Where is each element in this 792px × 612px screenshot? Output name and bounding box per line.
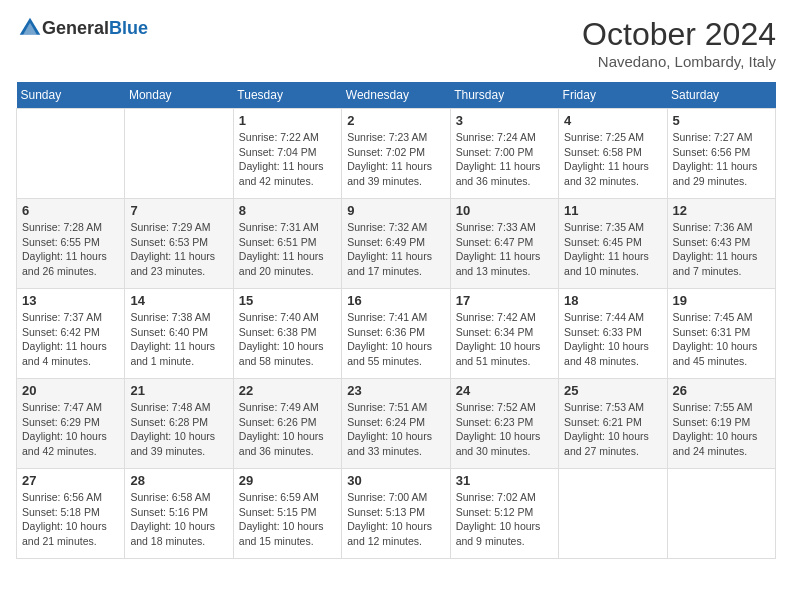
day-number: 13	[22, 293, 119, 308]
calendar-cell: 27Sunrise: 6:56 AM Sunset: 5:18 PM Dayli…	[17, 469, 125, 559]
calendar-cell: 18Sunrise: 7:44 AM Sunset: 6:33 PM Dayli…	[559, 289, 667, 379]
calendar-cell: 28Sunrise: 6:58 AM Sunset: 5:16 PM Dayli…	[125, 469, 233, 559]
day-number: 14	[130, 293, 227, 308]
day-info: Sunrise: 6:56 AM Sunset: 5:18 PM Dayligh…	[22, 490, 119, 549]
calendar-cell: 4Sunrise: 7:25 AM Sunset: 6:58 PM Daylig…	[559, 109, 667, 199]
calendar-cell: 17Sunrise: 7:42 AM Sunset: 6:34 PM Dayli…	[450, 289, 558, 379]
logo: GeneralBlue	[16, 16, 148, 40]
day-number: 19	[673, 293, 770, 308]
calendar-table: SundayMondayTuesdayWednesdayThursdayFrid…	[16, 82, 776, 559]
calendar-week-row: 6Sunrise: 7:28 AM Sunset: 6:55 PM Daylig…	[17, 199, 776, 289]
day-info: Sunrise: 7:31 AM Sunset: 6:51 PM Dayligh…	[239, 220, 336, 279]
day-number: 11	[564, 203, 661, 218]
day-number: 16	[347, 293, 444, 308]
day-number: 31	[456, 473, 553, 488]
calendar-cell: 14Sunrise: 7:38 AM Sunset: 6:40 PM Dayli…	[125, 289, 233, 379]
calendar-cell: 3Sunrise: 7:24 AM Sunset: 7:00 PM Daylig…	[450, 109, 558, 199]
day-info: Sunrise: 7:45 AM Sunset: 6:31 PM Dayligh…	[673, 310, 770, 369]
calendar-week-row: 1Sunrise: 7:22 AM Sunset: 7:04 PM Daylig…	[17, 109, 776, 199]
day-info: Sunrise: 7:48 AM Sunset: 6:28 PM Dayligh…	[130, 400, 227, 459]
day-number: 1	[239, 113, 336, 128]
calendar-cell: 5Sunrise: 7:27 AM Sunset: 6:56 PM Daylig…	[667, 109, 775, 199]
day-number: 29	[239, 473, 336, 488]
calendar-cell: 9Sunrise: 7:32 AM Sunset: 6:49 PM Daylig…	[342, 199, 450, 289]
calendar-body: 1Sunrise: 7:22 AM Sunset: 7:04 PM Daylig…	[17, 109, 776, 559]
day-info: Sunrise: 7:47 AM Sunset: 6:29 PM Dayligh…	[22, 400, 119, 459]
location-title: Navedano, Lombardy, Italy	[582, 53, 776, 70]
calendar-week-row: 20Sunrise: 7:47 AM Sunset: 6:29 PM Dayli…	[17, 379, 776, 469]
calendar-cell: 30Sunrise: 7:00 AM Sunset: 5:13 PM Dayli…	[342, 469, 450, 559]
calendar-cell: 16Sunrise: 7:41 AM Sunset: 6:36 PM Dayli…	[342, 289, 450, 379]
calendar-cell: 10Sunrise: 7:33 AM Sunset: 6:47 PM Dayli…	[450, 199, 558, 289]
day-info: Sunrise: 7:51 AM Sunset: 6:24 PM Dayligh…	[347, 400, 444, 459]
day-info: Sunrise: 7:33 AM Sunset: 6:47 PM Dayligh…	[456, 220, 553, 279]
day-info: Sunrise: 7:53 AM Sunset: 6:21 PM Dayligh…	[564, 400, 661, 459]
day-info: Sunrise: 7:55 AM Sunset: 6:19 PM Dayligh…	[673, 400, 770, 459]
day-info: Sunrise: 7:35 AM Sunset: 6:45 PM Dayligh…	[564, 220, 661, 279]
day-number: 6	[22, 203, 119, 218]
day-info: Sunrise: 7:32 AM Sunset: 6:49 PM Dayligh…	[347, 220, 444, 279]
calendar-cell: 2Sunrise: 7:23 AM Sunset: 7:02 PM Daylig…	[342, 109, 450, 199]
calendar-cell	[125, 109, 233, 199]
day-number: 10	[456, 203, 553, 218]
day-number: 22	[239, 383, 336, 398]
calendar-cell: 13Sunrise: 7:37 AM Sunset: 6:42 PM Dayli…	[17, 289, 125, 379]
calendar-cell: 29Sunrise: 6:59 AM Sunset: 5:15 PM Dayli…	[233, 469, 341, 559]
calendar-cell: 1Sunrise: 7:22 AM Sunset: 7:04 PM Daylig…	[233, 109, 341, 199]
page-header: GeneralBlue October 2024 Navedano, Lomba…	[16, 16, 776, 70]
day-info: Sunrise: 7:37 AM Sunset: 6:42 PM Dayligh…	[22, 310, 119, 369]
day-number: 25	[564, 383, 661, 398]
calendar-day-header: Friday	[559, 82, 667, 109]
calendar-cell: 6Sunrise: 7:28 AM Sunset: 6:55 PM Daylig…	[17, 199, 125, 289]
day-info: Sunrise: 7:52 AM Sunset: 6:23 PM Dayligh…	[456, 400, 553, 459]
day-number: 4	[564, 113, 661, 128]
calendar-cell: 20Sunrise: 7:47 AM Sunset: 6:29 PM Dayli…	[17, 379, 125, 469]
day-info: Sunrise: 7:23 AM Sunset: 7:02 PM Dayligh…	[347, 130, 444, 189]
calendar-cell: 25Sunrise: 7:53 AM Sunset: 6:21 PM Dayli…	[559, 379, 667, 469]
calendar-cell: 15Sunrise: 7:40 AM Sunset: 6:38 PM Dayli…	[233, 289, 341, 379]
day-number: 9	[347, 203, 444, 218]
calendar-day-header: Wednesday	[342, 82, 450, 109]
calendar-cell: 7Sunrise: 7:29 AM Sunset: 6:53 PM Daylig…	[125, 199, 233, 289]
calendar-header-row: SundayMondayTuesdayWednesdayThursdayFrid…	[17, 82, 776, 109]
calendar-cell: 31Sunrise: 7:02 AM Sunset: 5:12 PM Dayli…	[450, 469, 558, 559]
day-number: 21	[130, 383, 227, 398]
day-number: 18	[564, 293, 661, 308]
day-number: 12	[673, 203, 770, 218]
logo-general: General	[42, 18, 109, 38]
day-info: Sunrise: 7:36 AM Sunset: 6:43 PM Dayligh…	[673, 220, 770, 279]
day-number: 20	[22, 383, 119, 398]
day-number: 8	[239, 203, 336, 218]
day-number: 26	[673, 383, 770, 398]
day-info: Sunrise: 7:29 AM Sunset: 6:53 PM Dayligh…	[130, 220, 227, 279]
day-info: Sunrise: 7:00 AM Sunset: 5:13 PM Dayligh…	[347, 490, 444, 549]
calendar-cell: 8Sunrise: 7:31 AM Sunset: 6:51 PM Daylig…	[233, 199, 341, 289]
calendar-cell: 21Sunrise: 7:48 AM Sunset: 6:28 PM Dayli…	[125, 379, 233, 469]
logo-icon	[18, 16, 42, 40]
calendar-week-row: 27Sunrise: 6:56 AM Sunset: 5:18 PM Dayli…	[17, 469, 776, 559]
day-info: Sunrise: 7:02 AM Sunset: 5:12 PM Dayligh…	[456, 490, 553, 549]
day-info: Sunrise: 7:38 AM Sunset: 6:40 PM Dayligh…	[130, 310, 227, 369]
month-title: October 2024	[582, 16, 776, 53]
calendar-day-header: Thursday	[450, 82, 558, 109]
day-number: 5	[673, 113, 770, 128]
day-number: 3	[456, 113, 553, 128]
day-info: Sunrise: 7:22 AM Sunset: 7:04 PM Dayligh…	[239, 130, 336, 189]
day-info: Sunrise: 7:40 AM Sunset: 6:38 PM Dayligh…	[239, 310, 336, 369]
day-number: 27	[22, 473, 119, 488]
day-info: Sunrise: 6:59 AM Sunset: 5:15 PM Dayligh…	[239, 490, 336, 549]
calendar-cell: 23Sunrise: 7:51 AM Sunset: 6:24 PM Dayli…	[342, 379, 450, 469]
calendar-week-row: 13Sunrise: 7:37 AM Sunset: 6:42 PM Dayli…	[17, 289, 776, 379]
day-info: Sunrise: 7:28 AM Sunset: 6:55 PM Dayligh…	[22, 220, 119, 279]
day-info: Sunrise: 7:41 AM Sunset: 6:36 PM Dayligh…	[347, 310, 444, 369]
calendar-cell: 19Sunrise: 7:45 AM Sunset: 6:31 PM Dayli…	[667, 289, 775, 379]
day-number: 30	[347, 473, 444, 488]
day-info: Sunrise: 6:58 AM Sunset: 5:16 PM Dayligh…	[130, 490, 227, 549]
calendar-day-header: Tuesday	[233, 82, 341, 109]
calendar-day-header: Saturday	[667, 82, 775, 109]
day-info: Sunrise: 7:24 AM Sunset: 7:00 PM Dayligh…	[456, 130, 553, 189]
calendar-cell: 11Sunrise: 7:35 AM Sunset: 6:45 PM Dayli…	[559, 199, 667, 289]
calendar-cell: 24Sunrise: 7:52 AM Sunset: 6:23 PM Dayli…	[450, 379, 558, 469]
calendar-cell	[667, 469, 775, 559]
logo-blue: Blue	[109, 18, 148, 38]
